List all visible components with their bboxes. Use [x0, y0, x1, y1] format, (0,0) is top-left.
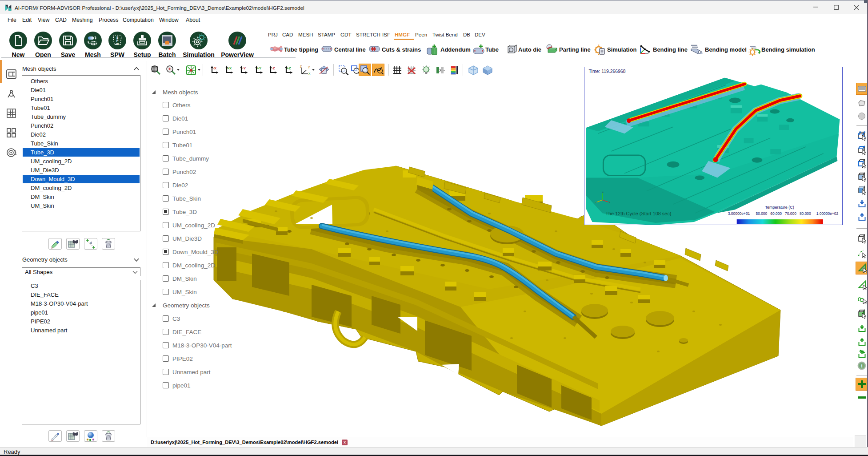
- svg-text:d: d: [90, 241, 92, 245]
- svg-text:The 12th Cycle (Start 108 sec): The 12th Cycle (Start 108 sec): [605, 211, 671, 216]
- svg-text:3.00000e+01: 3.00000e+01: [728, 211, 750, 216]
- svg-text:Temperature (C): Temperature (C): [765, 205, 794, 210]
- svg-text:1.00000e+02: 1.00000e+02: [816, 211, 839, 216]
- svg-text:Time: 119.266968: Time: 119.266968: [589, 69, 626, 74]
- svg-text:Y: Y: [595, 201, 597, 204]
- svg-text:50.000: 50.000: [756, 211, 767, 216]
- svg-text:S: S: [116, 36, 119, 39]
- svg-text:i: i: [861, 363, 862, 368]
- svg-text:60.000: 60.000: [770, 211, 782, 216]
- svg-text:80.000: 80.000: [800, 211, 811, 216]
- svg-text:Z: Z: [602, 190, 604, 193]
- svg-text:X: X: [608, 201, 610, 204]
- svg-text:70.000: 70.000: [785, 211, 796, 216]
- svg-text:W: W: [116, 42, 119, 45]
- svg-text:P: P: [116, 39, 119, 42]
